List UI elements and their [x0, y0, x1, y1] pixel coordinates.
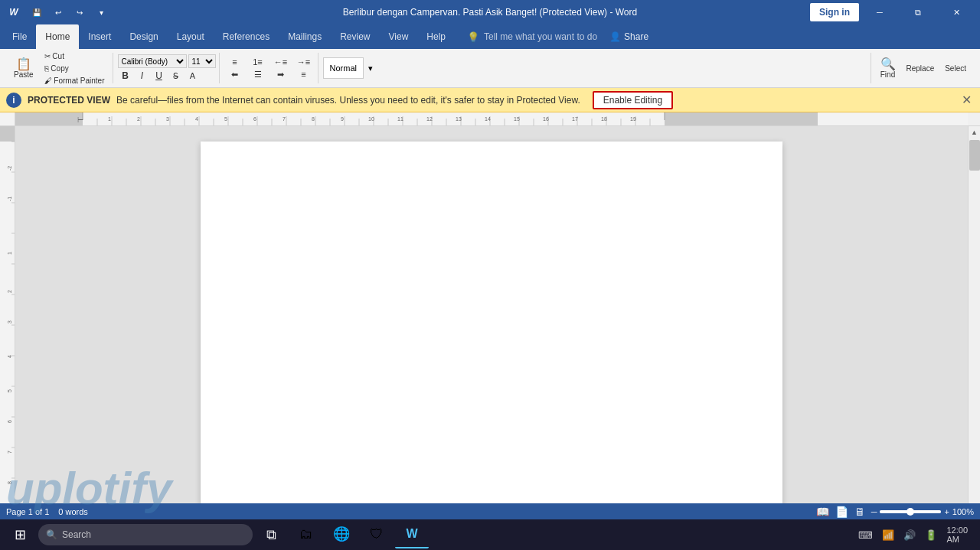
svg-rect-1 [665, 112, 818, 125]
enable-editing-button[interactable]: Enable Editing [593, 91, 673, 109]
bold-button[interactable]: B [118, 70, 133, 82]
tray-battery-icon[interactable]: 🔋 [922, 528, 940, 542]
zoom-slider[interactable]: ─ + 100% [871, 507, 974, 516]
tray-volume-icon[interactable]: 🔊 [900, 528, 919, 542]
bullets-button[interactable]: ≡ [224, 57, 246, 67]
tab-insert[interactable]: Insert [79, 24, 120, 49]
close-button[interactable]: ✕ [939, 0, 974, 24]
numbering-button[interactable]: 1≡ [247, 57, 269, 67]
svg-text:14: 14 [485, 116, 491, 122]
protected-view-close-button[interactable]: ✕ [959, 93, 974, 108]
start-button[interactable]: ⊞ [3, 521, 37, 548]
svg-text:3: 3 [166, 116, 169, 122]
underline-button[interactable]: U [152, 70, 167, 82]
web-layout-button[interactable]: 🖥 [854, 506, 865, 518]
vertical-scrollbar[interactable]: ▲ [968, 126, 980, 503]
sign-in-button[interactable]: Sign in [810, 3, 859, 21]
indent-decrease-button[interactable]: ←≡ [270, 57, 292, 67]
word-count[interactable]: 0 words [58, 507, 88, 516]
tab-home[interactable]: Home [36, 24, 79, 49]
tab-layout[interactable]: Layout [168, 24, 214, 49]
copy-button[interactable]: ⎘ Copy [40, 63, 109, 74]
tray-keyboard-icon[interactable]: ⌨ [855, 528, 876, 542]
svg-text:5: 5 [224, 116, 227, 122]
styles-gallery[interactable]: Normal [323, 57, 364, 79]
font-size-select[interactable]: 11 [188, 54, 216, 68]
title-bar-left: W 💾 ↩ ↪ ▾ [6, 3, 110, 21]
svg-rect-64 [0, 126, 15, 142]
strikethrough-button[interactable]: S̶ [168, 70, 184, 82]
tray-network-icon[interactable]: 📶 [879, 528, 897, 542]
tab-design[interactable]: Design [120, 24, 167, 49]
task-view-button[interactable]: ⧉ [254, 521, 288, 548]
svg-text:1: 1 [108, 116, 111, 122]
undo-qat-button[interactable]: ↩ [49, 3, 67, 21]
tab-file[interactable]: File [3, 24, 36, 49]
word-logo: W [6, 5, 21, 20]
zoom-track[interactable] [880, 510, 941, 513]
zoom-thumb[interactable] [906, 508, 914, 516]
svg-text:13: 13 [456, 116, 462, 122]
read-mode-button[interactable]: 📖 [816, 506, 829, 518]
zoom-plus-button[interactable]: + [944, 507, 949, 516]
svg-text:2: 2 [7, 290, 12, 293]
title-bar-right: Sign in ─ ⧉ ✕ [810, 0, 974, 24]
zoom-minus-button[interactable]: ─ [871, 507, 877, 516]
svg-text:7: 7 [283, 116, 286, 122]
scroll-thumb[interactable] [969, 140, 980, 171]
italic-button[interactable]: I [135, 70, 150, 82]
restore-button[interactable]: ⧉ [900, 0, 936, 24]
document-area [15, 126, 968, 503]
styles-more-button[interactable]: ▾ [365, 62, 376, 75]
svg-text:4: 4 [7, 355, 12, 358]
format-painter-button[interactable]: 🖌 Format Painter [40, 75, 109, 86]
page-count[interactable]: Page 1 of 1 [6, 507, 49, 516]
minimize-button[interactable]: ─ [862, 0, 897, 24]
cut-button[interactable]: ✂ Cut [40, 50, 109, 62]
svg-text:6: 6 [253, 116, 256, 122]
taskbar-word[interactable]: W [395, 521, 429, 548]
align-right-button[interactable]: ➡ [270, 69, 292, 80]
replace-button[interactable]: Replace [902, 63, 939, 74]
paste-button[interactable]: 📋 Paste [9, 57, 38, 80]
save-qat-button[interactable]: 💾 [28, 3, 46, 21]
redo-qat-button[interactable]: ↪ [70, 3, 89, 21]
tab-mailings[interactable]: Mailings [279, 24, 331, 49]
svg-text:19: 19 [630, 116, 636, 122]
svg-text:12: 12 [426, 116, 433, 122]
status-bar-right: 📖 📄 🖥 ─ + 100% [816, 506, 974, 518]
find-button[interactable]: 🔍 Find [876, 57, 900, 80]
vertical-ruler: -2 -1 1 2 3 4 5 6 7 8 [0, 126, 15, 503]
tab-review[interactable]: Review [331, 24, 379, 49]
ribbon-search-area[interactable]: 💡 Tell me what you want to do [467, 31, 597, 43]
font-group: Calibri (Body) 11 B I U S̶ A [115, 53, 220, 83]
tray-time[interactable]: 12:00AM [943, 524, 971, 545]
align-left-button[interactable]: ⬅ [224, 69, 246, 80]
taskbar-search-label: Search [62, 529, 91, 540]
tab-references[interactable]: References [214, 24, 279, 49]
scroll-up-button[interactable]: ▲ [969, 126, 981, 138]
taskbar-file-explorer[interactable]: 🗂 [289, 521, 323, 548]
font-color-button[interactable]: A [185, 70, 201, 81]
share-button[interactable]: 👤 Share [603, 31, 655, 42]
title-bar: W 💾 ↩ ↪ ▾ Berlibur dengan Campervan. Pas… [0, 0, 980, 24]
taskbar-edge[interactable]: 🌐 [325, 521, 358, 548]
protected-view-message: Be careful—files from the Internet can c… [116, 95, 580, 106]
font-family-select[interactable]: Calibri (Body) [118, 54, 187, 68]
taskbar-security[interactable]: 🛡 [360, 521, 394, 548]
taskbar-search[interactable]: 🔍 Search [38, 524, 253, 545]
clipboard-group: 📋 Paste ✂ Cut ⎘ Copy 🖌 Format Painter [6, 53, 113, 83]
justify-button[interactable]: ≡ [293, 69, 315, 80]
horizontal-ruler: 1 2 3 4 5 6 7 8 [0, 112, 980, 126]
select-button[interactable]: Select [940, 63, 971, 74]
tab-help[interactable]: Help [417, 24, 455, 49]
svg-text:5: 5 [7, 389, 12, 392]
customize-qat-button[interactable]: ▾ [92, 3, 110, 21]
tab-view[interactable]: View [380, 24, 418, 49]
indent-increase-button[interactable]: →≡ [293, 57, 315, 67]
svg-text:-1: -1 [7, 197, 12, 201]
print-layout-button[interactable]: 📄 [835, 506, 848, 518]
main-area: -2 -1 1 2 3 4 5 6 7 8 [0, 126, 980, 503]
protected-view-label: PROTECTED VIEW [28, 95, 110, 106]
align-center-button[interactable]: ☰ [247, 69, 269, 80]
